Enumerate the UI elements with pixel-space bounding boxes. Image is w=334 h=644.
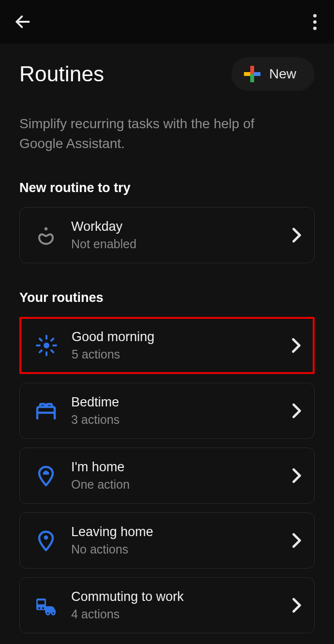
card-body: Bedtime 3 actions [71, 395, 278, 427]
svg-point-14 [44, 536, 48, 540]
topbar [0, 0, 334, 44]
home-pin-icon [34, 464, 58, 487]
your-routines-list: Good morning 5 actions Bedtime 3 actions… [19, 317, 315, 633]
svg-point-2 [44, 343, 49, 348]
chevron-right-icon [292, 468, 302, 483]
more-vert-icon[interactable] [309, 14, 320, 30]
svg-point-1 [45, 227, 47, 230]
sun-icon [35, 334, 58, 357]
away-pin-icon [34, 529, 58, 552]
header-row: Routines New [19, 57, 315, 91]
chevron-right-icon [291, 338, 301, 353]
routine-card[interactable]: Good morning 5 actions [19, 317, 315, 374]
chevron-right-icon [292, 533, 302, 548]
card-title: Leaving home [71, 524, 278, 539]
card-title: Workday [71, 219, 278, 234]
chevron-right-icon [292, 403, 302, 419]
svg-point-20 [52, 612, 55, 614]
card-title: I'm home [71, 460, 278, 475]
chevron-right-icon [292, 598, 302, 613]
card-title: Bedtime [71, 395, 278, 410]
card-subtitle: Not enabled [71, 237, 278, 251]
routine-card-workday[interactable]: Workday Not enabled [19, 207, 315, 263]
svg-line-9 [40, 350, 42, 352]
routine-card[interactable]: I'm home One action [19, 448, 315, 504]
section-header-try: New routine to try [19, 180, 315, 195]
page-title: Routines [19, 62, 104, 86]
card-subtitle: 3 actions [71, 413, 278, 427]
card-title: Good morning [72, 329, 278, 344]
card-body: I'm home One action [71, 460, 278, 492]
svg-line-7 [40, 339, 42, 341]
content-area: Routines New Simplify recurring tasks wi… [0, 44, 334, 644]
card-subtitle: 4 actions [71, 607, 278, 621]
svg-line-8 [51, 350, 53, 352]
section-header-your: Your routines [19, 290, 315, 305]
new-button[interactable]: New [231, 57, 315, 91]
back-icon[interactable] [14, 13, 32, 31]
card-body: Workday Not enabled [71, 219, 278, 251]
card-body: Commuting to work 4 actions [71, 589, 278, 621]
svg-point-17 [38, 607, 40, 609]
routine-card[interactable]: Commuting to work 4 actions [19, 577, 315, 633]
card-subtitle: One action [71, 478, 278, 492]
routine-card[interactable]: Bedtime 3 actions [19, 383, 315, 439]
card-subtitle: No actions [71, 542, 278, 556]
google-plus-icon [244, 66, 260, 82]
commute-icon [34, 594, 58, 617]
svg-rect-16 [38, 600, 45, 604]
svg-line-10 [51, 339, 53, 341]
card-body: Good morning 5 actions [72, 329, 278, 361]
card-body: Leaving home No actions [71, 524, 278, 556]
page-subtitle: Simplify recurring tasks with the help o… [19, 114, 290, 153]
svg-point-19 [46, 612, 49, 614]
new-button-label: New [269, 66, 296, 82]
self-care-icon [34, 224, 58, 247]
card-title: Commuting to work [71, 589, 278, 604]
card-subtitle: 5 actions [72, 347, 278, 361]
svg-point-18 [42, 607, 44, 609]
routine-card[interactable]: Leaving home No actions [19, 512, 315, 569]
bed-icon [34, 399, 58, 422]
chevron-right-icon [292, 227, 302, 243]
